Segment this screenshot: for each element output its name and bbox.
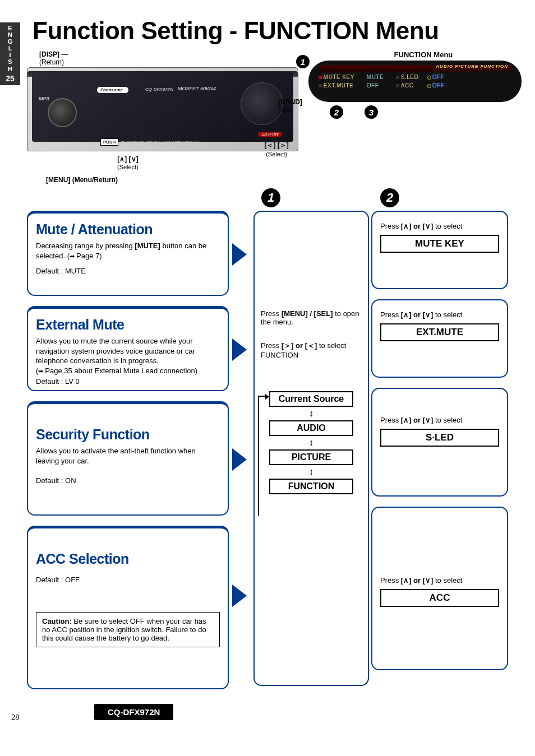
radio-model-small: CQ-DFX972N (145, 87, 173, 92)
arrow-right-icon (232, 585, 247, 607)
right-box-mutekey: Press [∧] or [∨] to select MUTE KEY (371, 211, 508, 289)
function-menu-topbar-labels: AUDIO PICTURE FUNCTION (436, 64, 508, 69)
function-menu-illustration: FUNCTION Menu AUDIO PICTURE FUNCTION MUT… (308, 50, 522, 184)
box-security: Security Function Allows you to activate… (27, 401, 229, 516)
box-extmute-default: Default : LV 0 (36, 377, 220, 387)
radio-panel: Panasonic CQ-DFX972N MOSFET 50Wx4 MP3 PU… (27, 67, 298, 151)
target-sled: S·LED (380, 429, 499, 447)
box-security-default: Default : ON (36, 476, 220, 486)
radio-cdrrw: CD·R·RW (258, 132, 282, 137)
band-sub: (Set) (278, 106, 293, 114)
fm-r1-mid: MUTE (367, 74, 388, 80)
right-box-acc: Press [∧] or [∨] to select ACC (371, 507, 508, 670)
box-acc: ACC Selection Default : OFF Caution: Be … (27, 526, 229, 689)
box-security-desc: Allows you to activate the anti-theft fu… (36, 446, 220, 466)
screen-callout-2: 2 (330, 105, 343, 119)
page-title: Function Setting - FUNCTION Menu (33, 17, 535, 45)
band-label: [BAND] (278, 98, 302, 106)
menu-label: [MENU] (Menu/Return) (46, 176, 118, 184)
select-instruction: Press [∧] or [∨] to select (380, 310, 499, 319)
box-mute-heading: Mute / Attenuation (36, 221, 220, 238)
function-menu-title: FUNCTION Menu (308, 50, 522, 59)
target-acc: ACC (380, 589, 499, 607)
updown-arrow-icon (261, 409, 362, 418)
radio-dial (48, 98, 77, 127)
mid-step2: Press [＞] or [＜] to select FUNCTION (261, 341, 362, 359)
middle-box: Press [MENU] / [SEL] to open the menu. P… (253, 211, 369, 686)
box-security-heading: Security Function (36, 426, 220, 443)
language-tab: ENGLISH 25 (0, 22, 20, 85)
push-label: PUSH (100, 138, 118, 146)
menu-item-current-source: Current Source (269, 391, 353, 407)
fm-r1-left: MUTE KEY (324, 74, 354, 80)
radio-subtext: CD RECEIVER WITH FULL DOT MATRIX DISPLAY (121, 141, 199, 144)
band-callout: [BAND] (Set) (278, 98, 302, 114)
menu-item-picture: PICTURE (269, 449, 353, 465)
box-extmute-heading: External Mute (36, 317, 220, 333)
model-bar: CQ-DFX972N (94, 704, 173, 720)
disp-button-label: [DISP] (39, 50, 59, 58)
box-acc-heading: ACC Selection (36, 551, 220, 567)
right-box-sled: Press [∧] or [∨] to select S·LED (371, 388, 508, 497)
updown-sub: (Select) (117, 164, 139, 170)
menu-item-audio: AUDIO (269, 420, 353, 436)
updown-label: [∧] [∨] (117, 155, 138, 163)
step-headers: 1 2 (27, 188, 522, 211)
fm-r2-r1: ACC (401, 82, 414, 89)
updown-arrow-icon (261, 438, 362, 447)
page-footer: 28 CQ-DFX972N (27, 704, 522, 731)
box-acc-caution: Caution: Be sure to select OFF when your… (36, 612, 220, 647)
fm-r2-r2: OFF (432, 82, 445, 89)
disp-button-sub: — (61, 50, 68, 58)
arrow-right-icon (232, 338, 247, 361)
menu-item-function: FUNCTION (269, 479, 353, 494)
arrow-right-icon (232, 448, 247, 471)
function-menu-topbar: AUDIO PICTURE FUNCTION (319, 65, 511, 72)
updown-callout: [∧] [∨] (Select) (117, 155, 139, 171)
step-header-2: 2 (380, 188, 399, 207)
mid-step1: Press [MENU] / [SEL] to open the menu. (261, 309, 362, 326)
select-instruction: Press [∧] or [∨] to select (380, 576, 499, 585)
language-letters: ENGLISH (0, 25, 20, 72)
function-menu-row-1: MUTE KEY MUTE S.LED OFF (319, 74, 511, 80)
box-external-mute: External Mute Allows you to mute the cur… (27, 306, 229, 391)
radio-brand: Panasonic (97, 87, 128, 93)
box-mute-default: Default : MUTE (36, 266, 220, 276)
radio-panel-illustration: [DISP] — (Return) Panasonic CQ-DFX972N M… (27, 50, 298, 184)
page-number: 28 (11, 713, 19, 721)
select-instruction: Press [∧] or [∨] to select (380, 222, 499, 230)
fm-r2-left: EXT.MUTE (324, 82, 353, 89)
loop-arrow-icon (258, 396, 266, 516)
select-instruction: Press [∧] or [∨] to select (380, 416, 499, 424)
fm-r1-r1: S.LED (401, 74, 418, 80)
leftright-sub: (Select) (266, 151, 287, 157)
target-extmute: EXT.MUTE (380, 323, 499, 341)
right-column: Press [∧] or [∨] to select MUTE KEY Pres… (371, 211, 508, 680)
box-mute-desc: Decreasing range by pressing [MUTE] butt… (36, 241, 220, 261)
target-mutekey: MUTE KEY (380, 235, 499, 253)
right-box-extmute: Press [∧] or [∨] to select EXT.MUTE (371, 299, 508, 378)
box-acc-default: Default : OFF (36, 575, 220, 585)
function-menu-screen: AUDIO PICTURE FUNCTION MUTE KEY MUTE S.L… (308, 61, 522, 102)
radio-mosfet: MOSFET 50Wx4 (178, 86, 216, 91)
box-mute: Mute / Attenuation Decreasing range by p… (27, 211, 229, 296)
box-extmute-desc: Allows you to mute the current source wh… (36, 336, 220, 375)
screen-callout-3: 3 (365, 105, 378, 119)
fm-r1-r2: OFF (432, 74, 445, 80)
menu-callout: [MENU] (Menu/Return) (27, 176, 298, 184)
arrow-right-icon (232, 243, 247, 266)
function-menu-row-2: EXT.MUTE OFF ACC OFF (319, 82, 511, 89)
top-diagram: [DISP] — (Return) Panasonic CQ-DFX972N M… (27, 50, 522, 184)
updown-arrow-icon (261, 467, 362, 476)
leftright-label: [＜] [＞] (265, 141, 289, 149)
radio-jog (241, 82, 283, 125)
screen-callout-1: 1 (296, 55, 310, 68)
caution-label: Caution: (42, 617, 72, 625)
middle-column: Press [MENU] / [SEL] to open the menu. P… (253, 211, 369, 686)
leftright-callout: [＜] [＞] (Select) (265, 141, 289, 158)
step-header-1: 1 (261, 188, 280, 207)
radio-mp3: MP3 (39, 96, 49, 101)
disp-button-return: (Return) (39, 58, 64, 66)
left-column: Mute / Attenuation Decreasing range by p… (27, 211, 229, 699)
fm-r2-mid: OFF (367, 82, 388, 89)
